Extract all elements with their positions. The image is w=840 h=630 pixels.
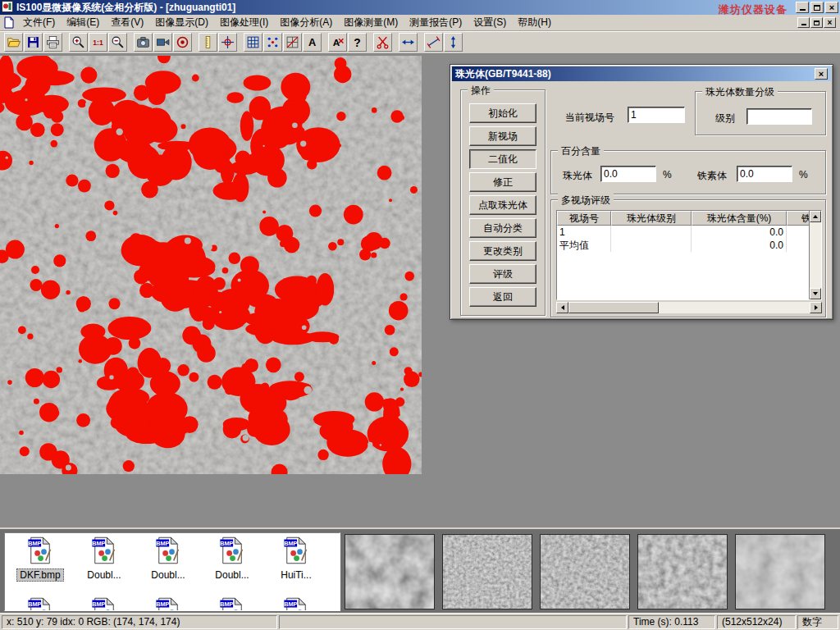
menu-item-6[interactable]: 图像测量(M) bbox=[338, 14, 404, 31]
file-name: Doubl... bbox=[84, 568, 124, 582]
vertical-scrollbar[interactable] bbox=[809, 211, 821, 299]
menu-item-2[interactable]: 查看(V) bbox=[105, 14, 149, 31]
calibrate-button[interactable] bbox=[399, 33, 418, 52]
measure-ruler-button[interactable] bbox=[199, 33, 217, 52]
arrow-left-icon bbox=[561, 305, 564, 310]
thumbnail-strip bbox=[345, 534, 825, 609]
measure-length-button[interactable] bbox=[424, 33, 443, 52]
document-icon[interactable] bbox=[2, 16, 15, 29]
menu-item-5[interactable]: 图像分析(A) bbox=[274, 14, 338, 31]
bmp-icon-image: BMP bbox=[25, 596, 55, 611]
menu-item-3[interactable]: 图像显示(D) bbox=[149, 14, 214, 31]
text-annotate-button[interactable]: A bbox=[303, 33, 322, 52]
file-item-partial-0[interactable]: BMP bbox=[8, 596, 72, 611]
mdi-restore-button[interactable] bbox=[810, 17, 823, 28]
snapshot-button[interactable] bbox=[173, 33, 192, 52]
mdi-close-button[interactable]: × bbox=[824, 17, 836, 28]
pearlite-input[interactable] bbox=[600, 166, 656, 182]
menu-item-1[interactable]: 编辑(E) bbox=[61, 14, 105, 31]
thumbnail-3[interactable] bbox=[637, 534, 728, 609]
thumbnail-4[interactable] bbox=[735, 534, 825, 609]
horizontal-scrollbar[interactable] bbox=[556, 302, 822, 313]
menu-item-9[interactable]: 帮助(H) bbox=[512, 14, 557, 31]
operation-button-2[interactable]: 二值化 bbox=[469, 149, 536, 169]
file-item-partial-1[interactable]: BMP bbox=[72, 596, 136, 611]
table-header-0[interactable]: 视场号 bbox=[557, 211, 611, 226]
table-row-1[interactable]: 平均值0.0 bbox=[557, 239, 809, 252]
menu-item-4[interactable]: 图像处理(I) bbox=[214, 14, 274, 31]
file-item-3[interactable]: BMPDoubl... bbox=[200, 536, 264, 595]
operation-button-4[interactable]: 点取珠光体 bbox=[469, 195, 536, 215]
menu-item-0[interactable]: 文件(F) bbox=[17, 14, 61, 31]
zoom-in-button[interactable] bbox=[69, 33, 88, 52]
thumbnail-0[interactable] bbox=[345, 534, 435, 609]
measure-grid-button[interactable] bbox=[244, 33, 262, 52]
file-item-0[interactable]: BMPDKF.bmp bbox=[8, 536, 72, 595]
horizontal-scroll-thumb[interactable] bbox=[568, 302, 659, 313]
close-button[interactable]: × bbox=[825, 2, 838, 13]
horizontal-scroll-track[interactable] bbox=[659, 302, 810, 313]
scroll-up-button[interactable] bbox=[810, 211, 821, 222]
file-item-partial-3[interactable]: BMP bbox=[200, 596, 264, 611]
scroll-left-button[interactable] bbox=[556, 302, 568, 313]
dialog-close-button[interactable]: × bbox=[815, 68, 828, 80]
dialog-title-bar[interactable]: 珠光体(GB/T9441-88) × bbox=[452, 66, 831, 81]
help-button[interactable]: ? bbox=[348, 33, 367, 52]
operation-button-7[interactable]: 评级 bbox=[469, 264, 536, 284]
mdi-minimize-icon bbox=[801, 24, 806, 25]
file-item-2[interactable]: BMPDoubl... bbox=[136, 536, 200, 595]
bmp-icon-image: BMP bbox=[217, 596, 247, 611]
file-item-1[interactable]: BMPDoubl... bbox=[72, 536, 136, 595]
measure-cross-button[interactable] bbox=[218, 33, 237, 52]
metallograph-image[interactable] bbox=[0, 56, 422, 474]
operation-button-3[interactable]: 修正 bbox=[469, 172, 536, 192]
actual-size-button[interactable]: 1:1 bbox=[89, 33, 107, 52]
application-window: IS100显微摄像系统(金相分析版) - [zhuguangti01] × 潍坊… bbox=[0, 0, 840, 630]
menu-item-8[interactable]: 设置(S) bbox=[468, 14, 512, 31]
cut-icon bbox=[376, 35, 390, 49]
cut-button[interactable] bbox=[373, 33, 392, 52]
mdi-minimize-button[interactable] bbox=[797, 17, 810, 28]
table-header-3[interactable]: 铁素 bbox=[787, 211, 809, 226]
operation-button-0[interactable]: 初始化 bbox=[469, 103, 536, 123]
scroll-right-button[interactable] bbox=[810, 302, 822, 313]
table-header-1[interactable]: 珠光体级别 bbox=[611, 211, 692, 226]
vertical-scroll-track[interactable] bbox=[810, 222, 821, 288]
print-button[interactable] bbox=[43, 33, 62, 52]
window-controls: × bbox=[796, 2, 838, 13]
measure-vertical-button[interactable] bbox=[444, 33, 463, 52]
thumbnail-2[interactable] bbox=[540, 534, 630, 609]
video-capture-button[interactable] bbox=[153, 33, 172, 52]
zoom-out-button[interactable] bbox=[108, 33, 127, 52]
calibrate-icon bbox=[401, 35, 415, 49]
text-delete-button[interactable]: A bbox=[328, 33, 347, 52]
save-icon bbox=[26, 35, 40, 49]
grid-overlay-button[interactable] bbox=[283, 33, 302, 52]
thumbnail-1[interactable] bbox=[442, 534, 532, 609]
operation-button-8[interactable]: 返回 bbox=[469, 287, 536, 307]
maximize-button[interactable] bbox=[810, 2, 824, 13]
operation-button-1[interactable]: 新视场 bbox=[469, 126, 536, 146]
table-header-2[interactable]: 珠光体含量(%) bbox=[692, 211, 787, 226]
scroll-down-button[interactable] bbox=[810, 288, 821, 299]
grading-group: 珠光体数量分级 级别 bbox=[695, 91, 826, 135]
save-button[interactable] bbox=[24, 33, 43, 52]
camera-button[interactable] bbox=[134, 33, 153, 52]
operation-button-6[interactable]: 更改类别 bbox=[469, 241, 536, 261]
title-bar[interactable]: IS100显微摄像系统(金相分析版) - [zhuguangti01] × bbox=[0, 0, 840, 15]
table-header-row: 视场号珠光体级别珠光体含量(%)铁素 bbox=[557, 211, 809, 226]
count-points-button[interactable] bbox=[263, 33, 282, 52]
file-item-4[interactable]: BMPHuiTi... bbox=[264, 536, 328, 595]
menu-item-7[interactable]: 测量报告(P) bbox=[404, 14, 468, 31]
table-row-0[interactable]: 10.0 bbox=[557, 226, 809, 239]
level-input[interactable] bbox=[746, 108, 812, 125]
file-item-partial-2[interactable]: BMP bbox=[136, 596, 200, 611]
open-folder-button[interactable] bbox=[4, 33, 23, 52]
operation-button-5[interactable]: 自动分类 bbox=[469, 218, 536, 238]
ferrite-input[interactable] bbox=[737, 166, 792, 182]
file-item-partial-4[interactable]: BMP bbox=[264, 596, 328, 611]
menu-items: 文件(F)编辑(E)查看(V)图像显示(D)图像处理(I)图像分析(A)图像测量… bbox=[17, 14, 557, 31]
minimize-button[interactable] bbox=[796, 2, 809, 13]
current-field-input[interactable] bbox=[628, 107, 685, 123]
file-list[interactable]: BMPDKF.bmpBMPDoubl...BMPDoubl...BMPDoubl… bbox=[4, 532, 340, 611]
